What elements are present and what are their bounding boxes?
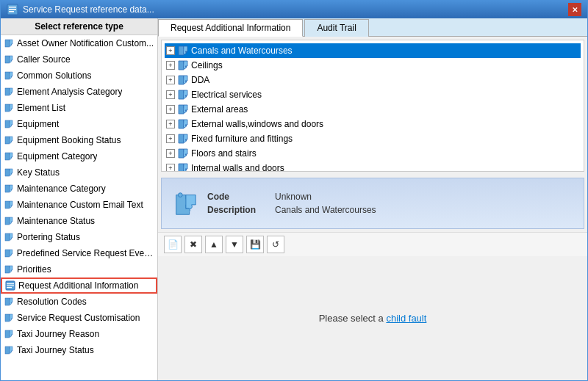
- sidebar-item-label: Maintenance Status: [17, 216, 95, 226]
- detail-puzzle-icon: [171, 189, 198, 217]
- sidebar-item-common-solutions[interactable]: Common Solutions: [1, 68, 157, 84]
- sidebar-item-label: Priorities: [17, 264, 51, 275]
- tree-expand-icon[interactable]: +: [166, 90, 175, 99]
- sidebar-item-taxi-status[interactable]: Taxi Journey Status: [1, 342, 157, 358]
- sidebar-item-icon: [4, 167, 14, 178]
- sidebar-item-icon: [4, 297, 14, 307]
- sidebar-item-portering-status[interactable]: Portering Status: [1, 229, 157, 245]
- child-fault-before: Please select a: [319, 313, 387, 324]
- sidebar-item-icon: [4, 87, 14, 97]
- sidebar-item-label: Element List: [17, 103, 65, 113]
- sidebar-item-resolution-codes[interactable]: Resolution Codes: [1, 294, 157, 310]
- detail-panel: Code Unknown Description Canals and Wate…: [161, 178, 584, 229]
- child-fault-message: Please select a child fault: [319, 313, 427, 324]
- close-button[interactable]: ✕: [568, 3, 581, 16]
- sidebar-item-icon: [4, 313, 14, 323]
- tab-request-additional[interactable]: Request Additional Information: [158, 19, 303, 37]
- tree-item-icon: [177, 59, 189, 71]
- sidebar-item-label: Key Status: [17, 167, 60, 178]
- tree-expand-icon[interactable]: +: [166, 134, 175, 143]
- sidebar-item-label: Taxi Journey Status: [17, 345, 94, 355]
- tree-expand-icon[interactable]: +: [166, 61, 175, 70]
- sidebar-item-caller-source[interactable]: Caller Source: [1, 51, 157, 68]
- tree-item-label: Ceilings: [191, 60, 223, 70]
- title-bar: Service Request reference data... ✕: [1, 1, 587, 18]
- sidebar-item-icon: [4, 119, 14, 129]
- sidebar-item-equipment-booking[interactable]: Equipment Booking Status: [1, 132, 157, 148]
- sidebar-item-label: Common Solutions: [17, 70, 91, 81]
- tree-expand-icon[interactable]: +: [166, 76, 175, 84]
- tree-item-external-walls[interactable]: + External walls,windows and doors: [165, 117, 581, 131]
- tree-expand-icon[interactable]: +: [166, 105, 175, 114]
- sidebar-item-request-additional[interactable]: Request Additional Information: [1, 277, 157, 294]
- sidebar: Select reference type Asset Owner Notifi…: [1, 18, 158, 380]
- sidebar-item-maintenance-status[interactable]: Maintenance Status: [1, 213, 157, 229]
- tree-item-label: Electrical services: [191, 90, 262, 100]
- tree-view[interactable]: + Canals and Watercourses+ Ceilings+ DDA…: [161, 40, 584, 172]
- sidebar-item-label: Element Analysis Category: [17, 87, 122, 97]
- toolbar-up-button[interactable]: ▲: [205, 236, 223, 253]
- sidebar-item-label: Resolution Codes: [17, 297, 87, 307]
- svg-rect-3: [9, 11, 14, 12]
- tree-expand-icon[interactable]: +: [166, 120, 175, 128]
- tree-expand-icon[interactable]: +: [166, 46, 175, 55]
- tab-audit-trail[interactable]: Audit Trail: [304, 19, 368, 37]
- sidebar-item-service-customisation[interactable]: Service Request Customisation: [1, 310, 157, 326]
- tree-item-floors[interactable]: + Floors and stairs: [165, 146, 581, 161]
- sidebar-item-label: Equipment: [17, 119, 59, 129]
- tree-item-external-areas[interactable]: + External areas: [165, 102, 581, 117]
- toolbar-new-button[interactable]: 📄: [164, 236, 182, 253]
- sidebar-item-label: Equipment Booking Status: [17, 135, 121, 145]
- sidebar-item-icon: [4, 184, 14, 194]
- tree-item-internal-walls[interactable]: + Internal walls and doors: [165, 161, 581, 172]
- sidebar-item-predefined-events[interactable]: Predefined Service Request Events: [1, 245, 157, 261]
- toolbar-refresh-button[interactable]: ↺: [267, 236, 284, 253]
- tree-item-ceilings[interactable]: + Ceilings: [165, 58, 581, 73]
- sidebar-item-icon: [4, 103, 14, 113]
- sidebar-item-label: Asset Owner Notification Custom...: [17, 38, 154, 48]
- tree-expand-icon[interactable]: +: [166, 149, 175, 158]
- detail-fields: Code Unknown Description Canals and Wate…: [207, 192, 376, 215]
- svg-rect-1: [9, 7, 16, 8]
- tree-item-icon: [177, 104, 189, 115]
- sidebar-item-element-list[interactable]: Element List: [1, 100, 157, 116]
- sidebar-item-label: Service Request Customisation: [17, 313, 140, 323]
- sidebar-item-label: Request Additional Information: [18, 280, 138, 291]
- window-icon: [7, 4, 18, 15]
- tabs-bar: Request Additional InformationAudit Trai…: [158, 18, 587, 37]
- sidebar-item-equipment[interactable]: Equipment: [1, 116, 157, 132]
- toolbar-save-button[interactable]: 💾: [246, 236, 264, 253]
- main-window: Service Request reference data... ✕ Sele…: [0, 0, 588, 381]
- sidebar-item-element-analysis[interactable]: Element Analysis Category: [1, 84, 157, 100]
- tree-item-icon: [177, 74, 189, 86]
- description-value: Canals and Watercourses: [275, 205, 376, 215]
- sidebar-item-equipment-category[interactable]: Equipment Category: [1, 148, 157, 164]
- title-bar-left: Service Request reference data...: [7, 4, 154, 15]
- sidebar-item-maintenance-category[interactable]: Maintenance Category: [1, 181, 157, 197]
- sidebar-item-maintenance-custom[interactable]: Maintenance Custom Email Text: [1, 197, 157, 213]
- right-panel: Request Additional InformationAudit Trai…: [158, 18, 587, 380]
- child-fault-link[interactable]: child fault: [386, 313, 426, 324]
- tree-item-label: Internal walls and doors: [191, 163, 284, 172]
- toolbar-delete-button[interactable]: ✖: [184, 236, 202, 253]
- tree-item-electrical[interactable]: + Electrical services: [165, 87, 581, 102]
- tree-expand-icon[interactable]: +: [166, 164, 175, 172]
- sidebar-item-taxi-reason[interactable]: Taxi Journey Reason: [1, 326, 157, 342]
- toolbar: 📄✖▲▼💾↺: [158, 232, 587, 256]
- sidebar-item-label: Portering Status: [17, 232, 80, 242]
- sidebar-item-asset-owner[interactable]: Asset Owner Notification Custom...: [1, 35, 157, 51]
- description-label: Description: [207, 205, 266, 215]
- sidebar-item-icon: [4, 329, 14, 339]
- tree-item-dda[interactable]: + DDA: [165, 73, 581, 87]
- tree-item-fixed-furniture[interactable]: + Fixed furniture and fittings: [165, 131, 581, 146]
- tree-item-icon: [177, 133, 189, 145]
- sidebar-item-key-status[interactable]: Key Status: [1, 164, 157, 181]
- svg-rect-6: [7, 286, 14, 286]
- sidebar-item-priorities[interactable]: Priorities: [1, 261, 157, 277]
- toolbar-down-button[interactable]: ▼: [226, 236, 243, 253]
- sidebar-item-label: Predefined Service Request Events: [17, 248, 154, 258]
- svg-point-8: [178, 192, 182, 197]
- tree-item-canals[interactable]: + Canals and Watercourses: [165, 43, 581, 58]
- child-fault-area: Please select a child fault: [158, 256, 587, 381]
- sidebar-item-icon: [4, 200, 14, 210]
